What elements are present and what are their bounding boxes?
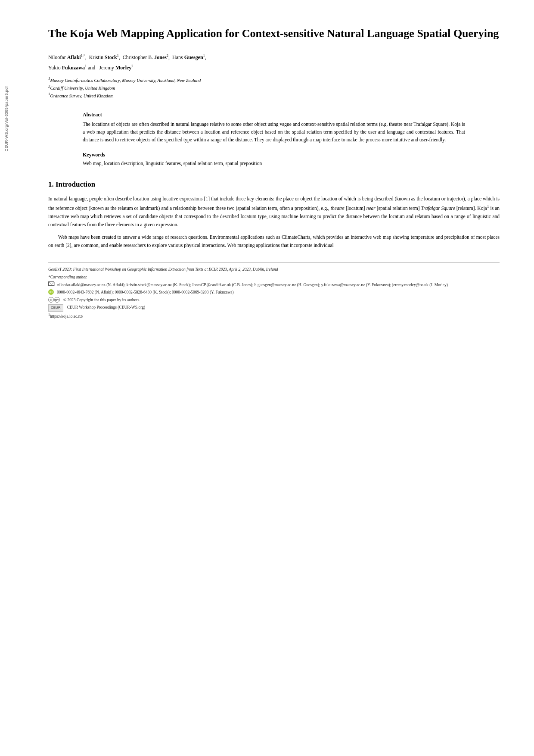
footnote-orcid-text: 0000-0002-4643-7692 (N. Aflaki); 0000-00… xyxy=(57,289,234,296)
footnote-copyright-text: © 2023 Copyright for this paper by its a… xyxy=(63,297,140,303)
authors-line2: Yukio Fukuzawa1 and Jeremy Morley3 xyxy=(48,63,500,72)
keywords-text: Web map, location description, linguisti… xyxy=(83,159,465,167)
paper-title: The Koja Web Mapping Application for Con… xyxy=(48,26,500,41)
footnote-venue: GeoExT 2023: First International Worksho… xyxy=(48,266,500,273)
abstract-section: Abstract The locations of objects are of… xyxy=(83,112,465,144)
keywords-heading: Keywords xyxy=(83,152,465,158)
footnote-ceur-text: CEUR Workshop Proceedings (CEUR-WS.org) xyxy=(67,304,145,311)
email-icon xyxy=(48,281,54,286)
affiliations: 1Massey Geoinformatics Collaboratory, Ma… xyxy=(48,76,500,100)
sidebar-url: CEUR-WS.org/Vol-3385/paper5.pdf xyxy=(4,86,9,151)
and-text: and xyxy=(88,65,95,71)
svg-text:©: © xyxy=(50,298,53,302)
abstract-heading: Abstract xyxy=(83,112,465,118)
footnote-email-text: niloofar.aflaki@massey.ac.nz (N. Aflaki)… xyxy=(57,282,448,288)
affiliation-1: 1Massey Geoinformatics Collaboratory, Ma… xyxy=(48,76,500,84)
main-content: The Koja Web Mapping Application for Con… xyxy=(22,0,534,756)
orcid-icon: iD xyxy=(48,289,54,295)
abstract-text: The locations of objects are often descr… xyxy=(83,120,465,144)
footnote-url: 1https://koja.io.ac.nz/ xyxy=(48,312,500,320)
section1-heading: 1. Introduction xyxy=(48,180,500,189)
section1-para2: Web maps have been created to answer a w… xyxy=(48,233,500,250)
footnote-ceur-line: CEUR CEUR Workshop Proceedings (CEUR-WS.… xyxy=(48,304,500,312)
authors-line1: Niloofar Aflaki1,*, Kristin Stock1, Chri… xyxy=(48,53,500,62)
footnote-corresponding: *Corresponding author. xyxy=(48,274,500,281)
footnote-email-line: niloofar.aflaki@massey.ac.nz (N. Aflaki)… xyxy=(48,282,500,288)
affiliation-2: 2Cardiff University, United Kingdom xyxy=(48,84,500,91)
cc-icons: © BY xyxy=(48,297,60,303)
footnote-orcid-line: iD 0000-0002-4643-7692 (N. Aflaki); 0000… xyxy=(48,289,500,296)
footnote-area: GeoExT 2023: First International Worksho… xyxy=(48,262,500,320)
footnote-copyright-line: © BY © 2023 Copyright for this paper by … xyxy=(48,297,500,303)
ceur-badge: CEUR xyxy=(48,304,63,312)
section1-para1: In natural language, people often descri… xyxy=(48,195,500,229)
left-margin: CEUR-WS.org/Vol-3385/paper5.pdf xyxy=(0,0,22,756)
keywords-section: Keywords Web map, location description, … xyxy=(83,152,465,167)
affiliation-3: 3Ordnance Survey, United Kingdom xyxy=(48,91,500,99)
section-introduction: 1. Introduction In natural language, peo… xyxy=(48,180,500,250)
svg-text:BY: BY xyxy=(55,298,59,301)
